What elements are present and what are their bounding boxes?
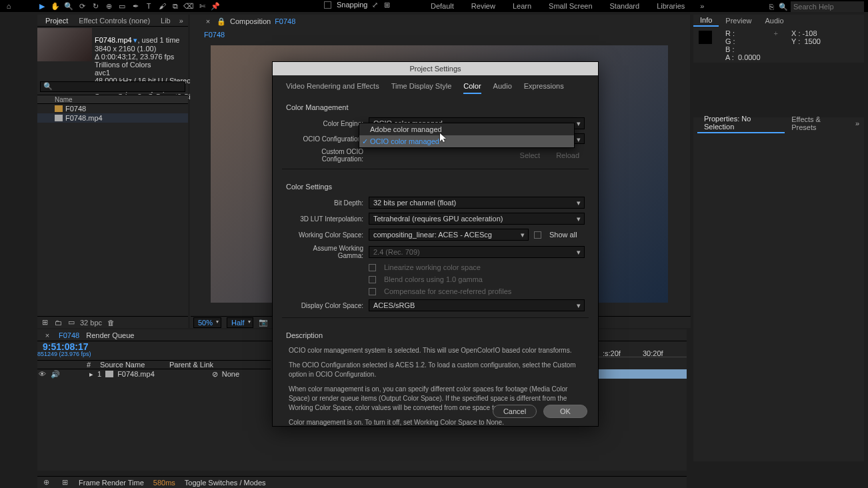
ok-button[interactable]: OK	[543, 405, 587, 418]
lbl-display-cs: Display Color Space:	[286, 302, 363, 309]
chk-showall[interactable]	[534, 231, 541, 239]
modal-overlay: Project Settings Video Rendering and Eff…	[0, 0, 868, 488]
dialog-tabs: Video Rendering and Effects Time Display…	[273, 75, 598, 94]
lbl-custom-ocio: Custom OCIO Configuration:	[286, 148, 363, 163]
lbl-assume-gamma: Assume Working Gamma:	[286, 245, 363, 259]
desc-line1: OCIO color management system is selected…	[273, 343, 598, 358]
lbl-color-engine: Color Engine:	[286, 120, 363, 127]
btn-reload-ocio[interactable]: Reload	[551, 150, 585, 161]
dlgtab-expr[interactable]: Expressions	[524, 82, 564, 94]
lbl-3dlut: 3D LUT Interpolation:	[286, 215, 363, 223]
desc-line2: The OCIO Configuration selected is ACES …	[273, 358, 598, 382]
lbl-compensate: Compensate for scene-referred profiles	[384, 287, 511, 295]
dialog-title: Project Settings	[273, 62, 598, 75]
select-bit-depth[interactable]: 32 bits per channel (float)	[369, 197, 585, 209]
chk-linearize	[369, 264, 376, 271]
lbl-blend: Blend colors using 1.0 gamma	[384, 275, 483, 283]
cancel-button[interactable]: Cancel	[493, 405, 537, 418]
mouse-cursor-icon	[440, 133, 447, 143]
dlgtab-color[interactable]: Color	[463, 82, 481, 94]
dlgtab-audio[interactable]: Audio	[493, 82, 512, 94]
lbl-ocio-config: OCIO Configuration:	[286, 135, 363, 143]
dlgtab-video[interactable]: Video Rendering and Effects	[286, 82, 379, 94]
btn-select-ocio[interactable]: Select	[515, 150, 546, 161]
chk-compensate	[369, 288, 376, 295]
svg-marker-0	[440, 133, 446, 142]
ocio-config-dropdown: Adobe color managed ✓OCIO color managed	[359, 123, 575, 148]
lbl-showall: Show all	[549, 231, 577, 239]
check-icon: ✓	[362, 137, 368, 146]
chk-blend	[369, 276, 376, 283]
select-working-cs[interactable]: compositing_linear: ACES - ACEScg	[369, 229, 529, 241]
section-description: Description	[273, 322, 598, 343]
section-color-settings: Color Settings	[273, 173, 598, 195]
dd-option-label: Adobe color managed	[370, 125, 442, 133]
select-display-cs[interactable]: ACES/sRGB	[369, 299, 585, 311]
lbl-bit-depth: Bit Depth:	[286, 199, 363, 207]
dd-option-adobe[interactable]: Adobe color managed	[359, 123, 574, 135]
select-assume-gamma: 2.4 (Rec. 709)	[369, 246, 585, 258]
lbl-linearize: Linearize working color space	[384, 263, 481, 271]
dlgtab-time[interactable]: Time Display Style	[391, 82, 452, 94]
project-settings-dialog: Project Settings Video Rendering and Eff…	[272, 61, 599, 427]
lbl-working-cs: Working Color Space:	[286, 231, 363, 239]
section-color-mgmt: Color Management	[273, 94, 598, 115]
dd-option-label: OCIO color managed	[370, 137, 439, 145]
dd-option-ocio[interactable]: ✓OCIO color managed	[359, 135, 574, 147]
select-3dlut[interactable]: Tetrahedral (requires GPU acceleration)	[369, 213, 585, 225]
